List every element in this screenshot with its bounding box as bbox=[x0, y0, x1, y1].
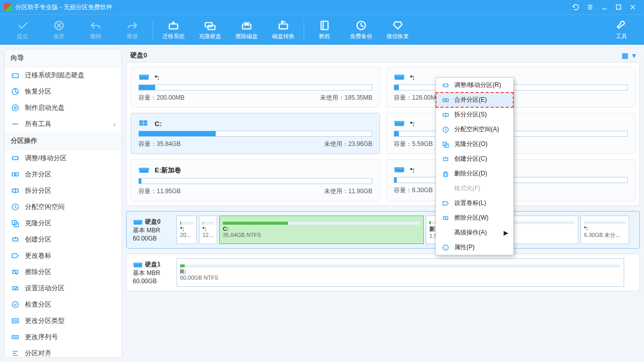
disk-segment[interactable]: *:12... bbox=[199, 216, 217, 244]
context-menu-item[interactable]: 删除分区(D) bbox=[436, 166, 513, 181]
toolbar-check[interactable]: 提交 bbox=[4, 16, 41, 44]
context-menu-item[interactable]: 调整/移动分区(R) bbox=[436, 78, 513, 93]
svg-rect-17 bbox=[13, 157, 18, 160]
svg-rect-32 bbox=[139, 75, 149, 77]
refresh-icon[interactable] bbox=[569, 2, 583, 12]
erase-icon bbox=[441, 214, 450, 222]
context-menu-item[interactable]: 克隆分区(O) bbox=[436, 137, 513, 152]
sidebar-item[interactable]: 更改序列号 bbox=[5, 329, 122, 345]
svg-point-16 bbox=[17, 124, 18, 125]
svg-rect-7 bbox=[321, 21, 328, 30]
resize-icon bbox=[11, 154, 20, 163]
svg-rect-51 bbox=[446, 99, 448, 101]
toolbar-undo[interactable]: 撤销 bbox=[77, 16, 114, 44]
svg-rect-0 bbox=[617, 5, 621, 10]
undo-icon bbox=[90, 19, 102, 32]
blank-icon bbox=[441, 229, 450, 237]
partition-card[interactable]: E:新加卷 容量：11.95GB未使用：11.90GB bbox=[131, 159, 380, 201]
svg-rect-44 bbox=[395, 168, 404, 169]
context-menu-item[interactable]: 高级操作(A) ▶ bbox=[436, 225, 513, 240]
disk-header: 硬盘0 ▦ ▾ bbox=[126, 49, 640, 62]
menu-icon[interactable] bbox=[583, 2, 597, 12]
context-menu-item: 格式化(F) bbox=[436, 181, 513, 196]
toolbar-drive-convert[interactable]: 磁盘转换 bbox=[265, 16, 302, 44]
context-menu-item[interactable]: 分配空闲空间(A) bbox=[436, 122, 513, 137]
sidebar-item[interactable]: 分区对齐 bbox=[5, 345, 122, 358]
drive-icon bbox=[11, 71, 20, 80]
sidebar-item[interactable]: 创建分区 bbox=[5, 231, 122, 248]
collapse-icon[interactable]: ▾ bbox=[632, 51, 636, 59]
sidebar-item[interactable]: 所有工具 › bbox=[5, 116, 122, 132]
sidebar-item[interactable]: 擦除分区 bbox=[5, 264, 122, 280]
clock-icon bbox=[11, 202, 20, 212]
svg-point-13 bbox=[14, 107, 16, 109]
trash-icon bbox=[441, 170, 450, 178]
sidebar-item[interactable]: 分配空闲空间 bbox=[5, 199, 122, 215]
svg-rect-48 bbox=[134, 263, 142, 264]
svg-point-14 bbox=[13, 124, 14, 125]
split-icon bbox=[11, 186, 20, 195]
check-icon bbox=[16, 19, 28, 32]
toolbar-tools[interactable]: 工具 bbox=[603, 16, 640, 44]
minimize-icon[interactable] bbox=[597, 2, 611, 12]
drive-icon bbox=[138, 73, 150, 81]
grid-view-icon[interactable]: ▦ bbox=[622, 51, 628, 59]
sidebar-item[interactable]: 迁移系统到固态硬盘 bbox=[5, 67, 122, 83]
clone-icon bbox=[11, 219, 20, 228]
drive-arrow-icon bbox=[167, 19, 180, 32]
sidebar-item[interactable]: 制作启动光盘 bbox=[5, 100, 122, 116]
disk-strip: 硬盘1 基本 MBR60.00GB R:60.00GB NTFS bbox=[126, 254, 640, 291]
partition-cards: *: 容量：200.00MB未使用：185.35MB *: 容量：128.00M… bbox=[126, 62, 640, 206]
disk-segment[interactable]: *:6.30GB 未分... bbox=[580, 216, 629, 244]
context-menu-item[interactable]: 设置卷标(L) bbox=[436, 196, 513, 210]
sidebar-item[interactable]: 恢复分区 bbox=[5, 83, 122, 100]
book-icon bbox=[318, 19, 331, 32]
check2-icon bbox=[11, 300, 20, 309]
sidebar-item[interactable]: 合并分区 bbox=[5, 166, 122, 183]
toolbar-redo[interactable]: 重做 bbox=[114, 16, 151, 44]
drive-erase-icon bbox=[241, 19, 253, 32]
context-menu-item[interactable]: 合并分区(E) bbox=[436, 93, 513, 107]
sidebar-item[interactable]: 设置活动分区 bbox=[5, 280, 122, 296]
sidebar-item[interactable]: 克隆分区 bbox=[5, 215, 122, 231]
close-icon[interactable] bbox=[626, 2, 640, 12]
toolbar-wechat[interactable]: 微信恢复 bbox=[379, 16, 416, 44]
merge-icon bbox=[441, 96, 450, 104]
toolbar-drive-arrow[interactable]: 迁移系统 bbox=[155, 16, 192, 44]
sidebar-item[interactable]: 拆分分区 bbox=[5, 183, 122, 199]
context-menu-item[interactable]: 擦除分区(W) bbox=[436, 210, 513, 225]
disk-segment[interactable]: *:20... bbox=[177, 216, 197, 244]
chevron-right-icon: ▶ bbox=[504, 229, 508, 236]
svg-rect-6 bbox=[279, 24, 288, 29]
maximize-icon[interactable] bbox=[611, 2, 626, 12]
wrench-icon bbox=[616, 19, 628, 32]
disc-icon bbox=[11, 103, 20, 112]
main-panel: 硬盘0 ▦ ▾ *: 容量：200.00MB未使用：185.35MB *: 容量… bbox=[126, 49, 640, 358]
sidebar-item[interactable]: 检查分区 bbox=[5, 296, 122, 313]
context-menu-item[interactable]: 创建分区(C) bbox=[436, 152, 513, 166]
sidebar-section-header: 向导 bbox=[5, 49, 122, 67]
drive-icon bbox=[138, 119, 150, 128]
drive-clone-icon bbox=[204, 19, 216, 32]
toolbar-drive-clone[interactable]: 克隆硬盘 bbox=[192, 16, 228, 44]
drive-icon bbox=[394, 119, 405, 128]
sidebar-item[interactable]: 更改卷标 bbox=[5, 248, 122, 264]
disk-segment[interactable]: C:35.84GB NTFS bbox=[219, 216, 424, 244]
toolbar-book[interactable]: 教程 bbox=[306, 16, 343, 44]
toolbar-x-circle[interactable]: 放弃 bbox=[41, 16, 77, 44]
sidebar-item[interactable]: 调整/移动分区 bbox=[5, 150, 122, 166]
svg-rect-35 bbox=[139, 120, 143, 123]
partition-card[interactable]: *: 容量：200.00MB未使用：185.35MB bbox=[131, 67, 380, 108]
label-icon bbox=[441, 199, 450, 207]
disk-segment[interactable]: R:60.00GB NTFS bbox=[177, 258, 624, 287]
toolbar-backup[interactable]: 免费备份 bbox=[343, 16, 379, 44]
drive-icon bbox=[394, 166, 405, 174]
partition-card[interactable]: C: 容量：35.84GB未使用：23.96GB bbox=[131, 113, 380, 154]
toolbar-drive-erase[interactable]: 擦除磁盘 bbox=[228, 16, 265, 44]
context-menu-item[interactable]: 拆分分区(S) bbox=[436, 107, 513, 122]
svg-rect-18 bbox=[12, 173, 15, 176]
context-menu-item[interactable]: 属性(P) bbox=[436, 240, 513, 255]
drive-convert-icon bbox=[277, 19, 289, 32]
sidebar-item[interactable]: 更改分区类型 bbox=[5, 313, 122, 329]
usage-bar bbox=[138, 131, 372, 137]
